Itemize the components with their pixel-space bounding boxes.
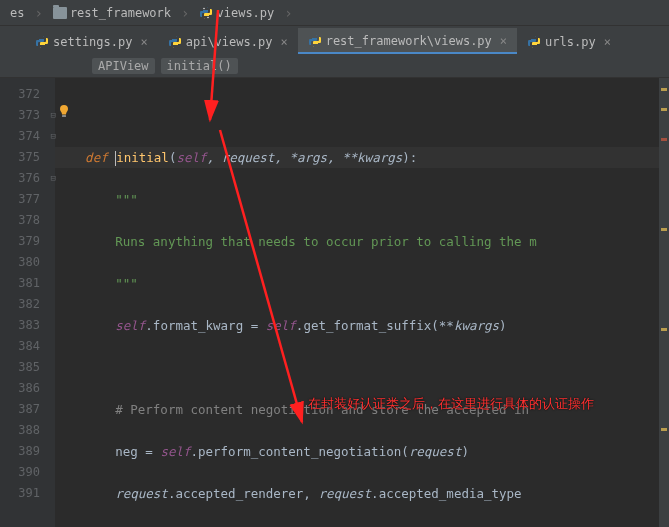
context-bar: APIView initial() [0, 54, 669, 78]
python-icon [168, 35, 182, 49]
annotation-text: 在封装好认证类之后，在这里进行具体的认证操作 [308, 395, 594, 413]
close-icon[interactable]: × [140, 35, 147, 49]
warning-marker[interactable] [661, 228, 667, 231]
python-icon [199, 6, 213, 20]
code-editor[interactable]: 3723733743753763773783793803813823833843… [0, 78, 669, 527]
chevron-right-icon: › [34, 5, 42, 21]
warning-marker[interactable] [661, 428, 667, 431]
tab-label: api\views.py [186, 35, 273, 49]
tab-label: settings.py [53, 35, 132, 49]
line-gutter: 3723733743753763773783793803813823833843… [0, 78, 55, 527]
tab-settings[interactable]: settings.py × [25, 28, 158, 54]
python-icon [308, 34, 322, 48]
chevron-right-icon: › [284, 5, 292, 21]
close-icon[interactable]: × [280, 35, 287, 49]
python-icon [527, 35, 541, 49]
breadcrumb-item[interactable]: rest_framework [47, 4, 177, 22]
code-area[interactable]: def initial(self, request, *args, **kwar… [55, 78, 669, 527]
warning-marker[interactable] [661, 108, 667, 111]
svg-point-1 [208, 16, 209, 17]
close-icon[interactable]: × [604, 35, 611, 49]
tab-urls[interactable]: urls.py × [517, 28, 621, 54]
warning-marker[interactable] [661, 328, 667, 331]
error-stripe[interactable] [659, 78, 669, 527]
tab-framework-views[interactable]: rest_framework\views.py × [298, 28, 517, 54]
tab-label: urls.py [545, 35, 596, 49]
close-icon[interactable]: × [500, 34, 507, 48]
svg-rect-2 [62, 115, 66, 117]
python-icon [35, 35, 49, 49]
breadcrumb: es › rest_framework › views.py › [0, 0, 669, 26]
error-marker[interactable] [661, 138, 667, 141]
breadcrumb-item[interactable]: es [4, 4, 30, 22]
folder-icon [53, 7, 67, 19]
warning-marker[interactable] [661, 88, 667, 91]
chevron-right-icon: › [181, 5, 189, 21]
svg-point-0 [204, 7, 205, 8]
breadcrumb-item[interactable]: views.py [193, 4, 280, 22]
context-class[interactable]: APIView [92, 58, 155, 74]
tab-api-views[interactable]: api\views.py × [158, 28, 298, 54]
intention-bulb-icon[interactable] [57, 104, 71, 118]
tab-label: rest_framework\views.py [326, 34, 492, 48]
context-method[interactable]: initial() [161, 58, 238, 74]
editor-tabs: settings.py × api\views.py × rest_framew… [0, 26, 669, 54]
